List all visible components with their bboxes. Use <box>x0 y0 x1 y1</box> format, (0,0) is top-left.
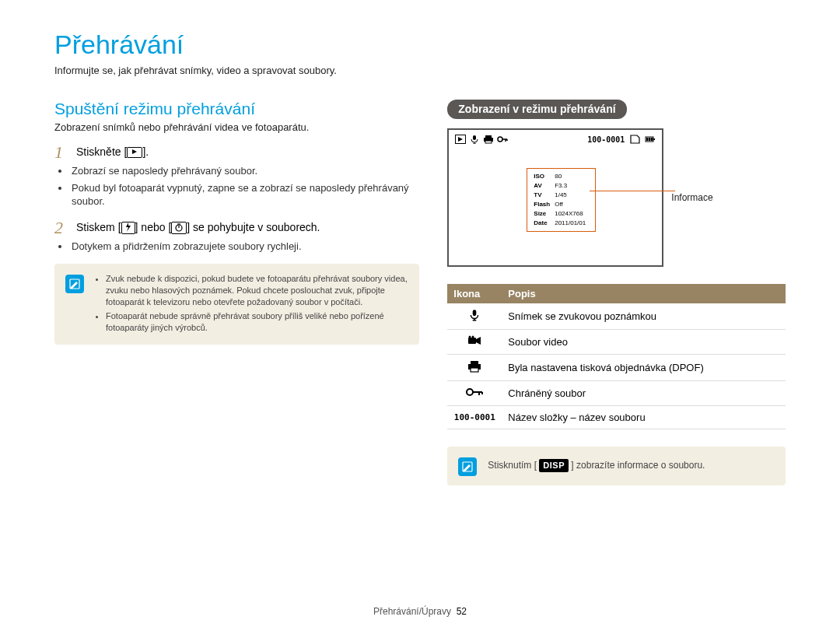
svg-rect-12 <box>651 138 653 141</box>
svg-rect-5 <box>485 135 492 138</box>
tip-box: Stisknutím [ DISP ] zobrazíte informace … <box>447 447 786 485</box>
svg-rect-4 <box>473 135 476 140</box>
note-box: Zvuk nebude k dispozici, pokud budete ve… <box>54 264 419 345</box>
step-2-text-a: Stiskem [ <box>76 221 121 233</box>
note-item: Zvuk nebude k dispozici, pokud budete ve… <box>106 273 408 308</box>
svg-rect-14 <box>473 310 477 316</box>
bullet-item: Zobrazí se naposledy přehrávaný soubor. <box>70 164 419 178</box>
note-icon <box>458 457 477 476</box>
page-footer: Přehrávání/Úpravy 52 <box>0 606 840 617</box>
step-2: 2 Stiskem [] nebo [] se pohybujte v soub… <box>54 219 419 236</box>
svg-rect-11 <box>649 138 651 141</box>
step-1: 1 Stiskněte []. <box>54 144 419 161</box>
svg-point-16 <box>469 336 471 338</box>
step-1-text-b: ]. <box>142 145 149 158</box>
table-desc: Byla nastavena tisková objednávka (DPOF) <box>502 355 786 381</box>
page-title: Přehrávání <box>54 30 786 60</box>
leader-line <box>590 191 675 191</box>
bullet-item: Pokud byl fotoaparát vypnutý, zapne se a… <box>70 181 419 208</box>
printer-icon <box>447 355 502 381</box>
step-number: 2 <box>54 219 68 236</box>
tip-text-a: Stisknutím [ <box>488 460 537 471</box>
svg-rect-18 <box>471 361 478 364</box>
svg-rect-15 <box>468 338 476 344</box>
step-2-bullets: Dotykem a přidržením zobrazujete soubory… <box>70 240 419 254</box>
battery-icon <box>645 135 656 144</box>
svg-point-8 <box>498 137 502 142</box>
flash-icon <box>121 222 135 234</box>
svg-rect-20 <box>471 368 478 372</box>
note-icon <box>65 275 84 293</box>
step-1-bullets: Zobrazí se naposledy přehrávaný soubor. … <box>70 164 419 208</box>
info-overlay: ISO80 AVF3.3 TV1/45 FlashOff Size1024X76… <box>527 168 596 232</box>
note-item: Fotoaparát nebude správně přehrávat soub… <box>106 310 408 334</box>
key-icon <box>447 381 502 406</box>
table-desc: Snímek se zvukovou poznámkou <box>502 303 786 330</box>
table-row: Chráněný soubor <box>447 381 786 406</box>
section-heading-playback-start: Spuštění režimu přehrávání <box>54 100 419 118</box>
svg-rect-13 <box>653 138 655 140</box>
timer-icon <box>171 222 187 234</box>
section-intro: Zobrazení snímků nebo přehrávání videa v… <box>54 121 419 133</box>
step-2-text-c: ] se pohybujte v souborech. <box>187 221 320 233</box>
svg-rect-10 <box>646 138 649 141</box>
info-label: Informace <box>671 192 712 203</box>
key-icon <box>497 135 508 144</box>
table-row: Snímek se zvukovou poznámkou <box>447 303 786 330</box>
tip-text-b: ] zobrazíte informace o souboru. <box>571 460 705 471</box>
table-header-icon: Ikona <box>447 284 502 303</box>
mic-icon <box>447 303 502 330</box>
disp-button-icon: DISP <box>539 459 569 472</box>
lcd-preview: 100-0001 ISO80 AVF3.3 TV1/45 FlashOff Si… <box>447 128 663 267</box>
icon-description-table: Ikona Popis Snímek se zvukovou poznámkou… <box>447 284 786 429</box>
step-1-text-a: Stiskněte [ <box>76 145 127 158</box>
step-2-text-b: ] nebo [ <box>135 221 172 233</box>
page-number: 52 <box>457 606 467 617</box>
page-subtitle: Informujte se, jak přehrávat snímky, vid… <box>54 65 786 76</box>
table-desc: Název složky – název souboru <box>502 406 786 429</box>
mic-icon <box>469 135 480 144</box>
table-row: Soubor video <box>447 330 786 355</box>
svg-point-21 <box>467 389 473 395</box>
table-header-desc: Popis <box>502 284 786 303</box>
bullet-item: Dotykem a přidržením zobrazujete soubory… <box>70 240 419 254</box>
svg-point-17 <box>472 336 474 338</box>
play-button-icon <box>127 147 142 158</box>
play-mode-icon <box>455 135 466 144</box>
counter-icon: 100-0001 <box>447 406 502 429</box>
table-row: Byla nastavena tisková objednávka (DPOF) <box>447 355 786 381</box>
memory-icon <box>629 135 640 144</box>
table-row: 100-0001 Název složky – název souboru <box>447 406 786 429</box>
lcd-counter: 100-0001 <box>587 135 625 144</box>
table-desc: Chráněný soubor <box>502 381 786 406</box>
printer-icon <box>483 135 494 144</box>
step-number: 1 <box>54 144 68 161</box>
table-desc: Soubor video <box>502 330 786 355</box>
pill-heading-view-playback: Zobrazení v režimu přehrávání <box>447 100 626 119</box>
svg-rect-7 <box>485 141 492 143</box>
footer-section: Přehrávání/Úpravy <box>373 606 451 617</box>
video-icon <box>447 330 502 355</box>
